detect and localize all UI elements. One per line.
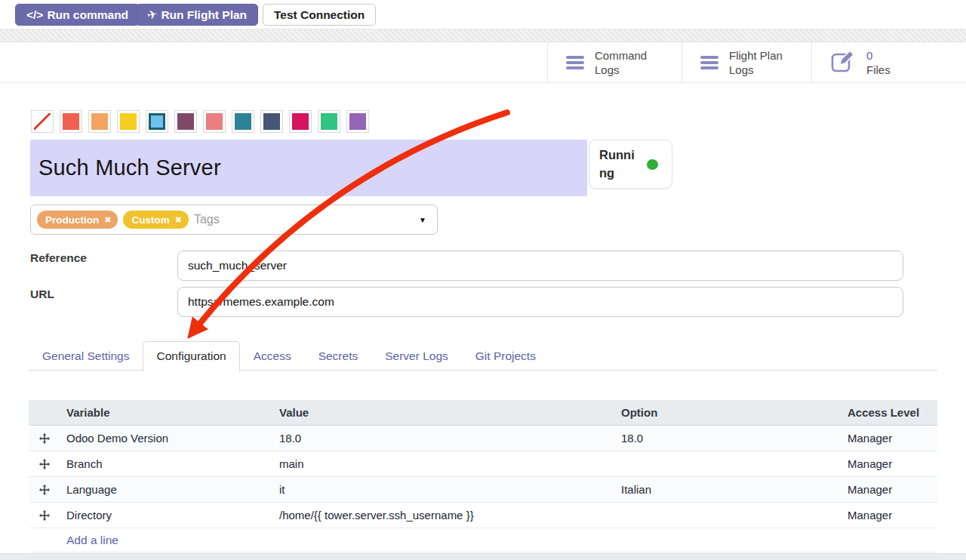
list-lines-icon: [700, 56, 718, 69]
cell-access-level[interactable]: Manager: [841, 432, 937, 445]
color-swatch-1[interactable]: [60, 110, 82, 133]
run-command-button[interactable]: </> Run command: [15, 4, 140, 26]
test-connection-label: Test Connection: [274, 8, 365, 22]
cell-variable[interactable]: Odoo Demo Version: [60, 432, 273, 445]
tag-pill-custom[interactable]: Custom ✖: [123, 211, 188, 229]
color-swatch-6[interactable]: [203, 110, 226, 133]
col-value[interactable]: Value: [273, 406, 615, 419]
cell-access-level[interactable]: Manager: [841, 483, 937, 496]
drag-handle-icon[interactable]: [29, 459, 60, 469]
color-swatch-none[interactable]: [31, 110, 54, 133]
server-form-page: </> Run command ✈ Run Flight Plan Test C…: [0, 0, 966, 560]
table-row[interactable]: Language it Italian Manager: [29, 477, 937, 503]
tag-label: Custom: [131, 214, 169, 226]
variables-table: Variable Value Option Access Level Odoo …: [29, 400, 937, 552]
reference-label: Reference: [30, 251, 87, 265]
command-logs-label: Command Logs: [595, 48, 664, 78]
col-option[interactable]: Option: [615, 406, 841, 419]
run-flight-plan-button[interactable]: ✈ Run Flight Plan: [136, 4, 258, 26]
bottom-strip: [0, 553, 966, 560]
plane-icon: ✈: [146, 7, 158, 23]
cell-option[interactable]: Italian: [615, 483, 841, 496]
cell-value[interactable]: main: [273, 457, 615, 470]
drag-handle-icon[interactable]: [29, 510, 60, 521]
status-label: Running: [599, 146, 641, 183]
files-stat-text: 0 Files: [866, 48, 891, 78]
cell-value[interactable]: /home/{{ tower.server.ssh_username }}: [273, 509, 615, 522]
cell-access-level[interactable]: Manager: [841, 509, 937, 522]
cell-access-level[interactable]: Manager: [841, 457, 937, 470]
tab-configuration[interactable]: Configuration: [143, 341, 239, 371]
cell-option[interactable]: 18.0: [615, 432, 841, 445]
table-row[interactable]: Odoo Demo Version 18.0 18.0 Manager: [29, 426, 937, 451]
col-access-level[interactable]: Access Level: [841, 406, 937, 419]
tags-input[interactable]: Production ✖ Custom ✖ Tags ▼: [30, 205, 438, 235]
edit-pencil-icon: [830, 49, 856, 76]
tag-remove-icon[interactable]: ✖: [104, 216, 111, 224]
add-line-row: Add a line: [29, 528, 937, 552]
list-lines-icon: [566, 56, 584, 69]
color-swatch-11[interactable]: [346, 110, 369, 133]
color-swatch-5[interactable]: [174, 110, 197, 133]
run-flight-plan-label: Run Flight Plan: [161, 8, 247, 22]
table-header-row: Variable Value Option Access Level: [29, 400, 937, 426]
tag-remove-icon[interactable]: ✖: [175, 216, 182, 224]
color-swatch-8[interactable]: [260, 110, 283, 133]
reference-value: such_much_server: [188, 259, 287, 272]
run-command-label: Run command: [47, 8, 128, 22]
color-swatch-7[interactable]: [232, 110, 254, 133]
status-dot-icon: [647, 159, 658, 170]
table-row[interactable]: Directory /home/{{ tower.server.ssh_user…: [29, 503, 937, 528]
hatched-divider-strip: [0, 29, 966, 42]
cell-value[interactable]: it: [273, 483, 615, 496]
color-palette: [31, 110, 369, 133]
chevron-down-icon[interactable]: ▼: [419, 216, 426, 224]
files-label: Files: [866, 63, 891, 78]
drag-handle-icon[interactable]: [29, 433, 60, 444]
command-logs-button[interactable]: Command Logs: [547, 42, 681, 83]
drag-handle-icon[interactable]: [29, 485, 60, 495]
color-swatch-4-selected[interactable]: [146, 110, 168, 133]
flight-plan-logs-label: Flight Plan Logs: [729, 48, 798, 78]
url-value: https://memes.example.com: [188, 295, 334, 309]
status-badge[interactable]: Running: [589, 140, 672, 189]
cell-variable[interactable]: Branch: [60, 457, 273, 470]
cell-variable[interactable]: Directory: [60, 509, 273, 522]
tab-access[interactable]: Access: [240, 341, 305, 371]
add-line-link[interactable]: Add a line: [66, 534, 118, 547]
color-swatch-3[interactable]: [117, 110, 140, 133]
tab-git-projects[interactable]: Git Projects: [462, 341, 549, 371]
cell-value[interactable]: 18.0: [273, 432, 615, 445]
tab-server-logs[interactable]: Server Logs: [371, 341, 462, 371]
color-swatch-10[interactable]: [318, 110, 340, 133]
tag-pill-production[interactable]: Production ✖: [37, 211, 118, 229]
tag-label: Production: [45, 214, 99, 226]
url-input[interactable]: https://memes.example.com: [177, 287, 903, 317]
flight-plan-logs-button[interactable]: Flight Plan Logs: [681, 42, 811, 83]
files-button[interactable]: 0 Files: [811, 42, 966, 83]
tags-placeholder: Tags: [194, 213, 220, 226]
url-label: URL: [30, 288, 54, 301]
color-swatch-2[interactable]: [88, 110, 111, 133]
action-toolbar: </> Run command ✈ Run Flight Plan Test C…: [0, 0, 966, 29]
tab-general-settings[interactable]: General Settings: [29, 341, 143, 371]
server-name-input[interactable]: Such Much Server: [30, 140, 587, 196]
server-name-text: Such Much Server: [38, 155, 221, 180]
color-swatch-9[interactable]: [289, 110, 312, 133]
notebook-tabs: General Settings Configuration Access Se…: [29, 341, 549, 371]
header-band: Command Logs Flight Plan Logs 0 Files: [0, 42, 966, 83]
table-row[interactable]: Branch main Manager: [29, 451, 937, 477]
tab-secrets[interactable]: Secrets: [305, 341, 372, 371]
files-count: 0: [866, 48, 891, 63]
reference-input[interactable]: such_much_server: [177, 251, 903, 281]
test-connection-button[interactable]: Test Connection: [263, 4, 376, 26]
cell-variable[interactable]: Language: [60, 483, 273, 496]
form-sheet: Such Much Server Running Production ✖ Cu…: [0, 84, 966, 560]
no-color-icon: [34, 113, 51, 130]
col-variable[interactable]: Variable: [60, 406, 273, 419]
code-icon: </>: [26, 8, 43, 22]
